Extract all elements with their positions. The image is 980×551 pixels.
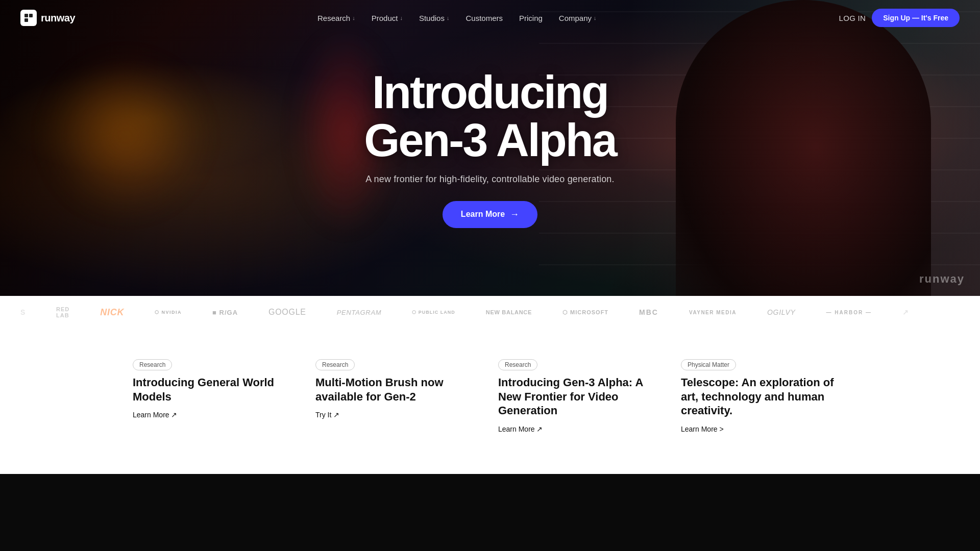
hero-title: Introducing Gen-3 Alpha [364, 68, 616, 165]
svg-rect-1 [29, 14, 33, 17]
card-1: Research Multi-Motion Brush now availabl… [315, 359, 482, 433]
card-link-3[interactable]: Learn More > [681, 425, 847, 433]
card-title-3: Telescope: An exploration of art, techno… [681, 375, 847, 418]
logo-item: S [20, 308, 26, 316]
card-3: Physical Matter Telescope: An exploratio… [681, 359, 847, 433]
chevron-down-icon: ↓ [447, 15, 450, 21]
logo-text: runway [41, 12, 75, 24]
logo-icon [20, 10, 37, 26]
hero-content: Introducing Gen-3 Alpha A new frontier f… [354, 58, 626, 238]
login-button[interactable]: LOG IN [839, 14, 866, 22]
card-tag-0: Research [133, 359, 172, 370]
nav-studios[interactable]: Studios ↓ [413, 11, 456, 26]
card-title-2: Introducing Gen-3 Alpha: A New Frontier … [498, 375, 665, 418]
card-0: Research Introducing General World Model… [133, 359, 299, 433]
hero-cta-container: Learn More → [364, 201, 616, 228]
nav-links: Research ↓ Product ↓ Studios ↓ Customers… [311, 11, 603, 26]
hero-section: Introducing Gen-3 Alpha A new frontier f… [0, 0, 980, 296]
logos-strip: S REDLAB nick ⬡ NVIDIA ■ R/GA Google Pen… [0, 296, 980, 329]
nav-pricing[interactable]: Pricing [513, 11, 549, 26]
navigation: runway Research ↓ Product ↓ Studios ↓ Cu… [0, 0, 980, 36]
logo-item: VAYNER MEDIA [689, 310, 737, 315]
card-tag-2: Research [498, 359, 537, 370]
card-2: Research Introducing Gen-3 Alpha: A New … [498, 359, 665, 433]
hero-silhouette [676, 0, 931, 296]
logo-item: nick [100, 307, 124, 318]
card-link-2[interactable]: Learn More ↗ [498, 425, 665, 433]
card-tag-3: Physical Matter [681, 359, 736, 370]
logo-item: Google [268, 308, 306, 317]
chevron-down-icon: ↓ [594, 15, 597, 21]
signup-button[interactable]: Sign Up — It's Free [872, 9, 960, 27]
card-title-0: Introducing General World Models [133, 375, 299, 404]
nav-company[interactable]: Company ↓ [553, 11, 603, 26]
logo-item: MBC [639, 308, 658, 316]
nav-research[interactable]: Research ↓ [311, 11, 361, 26]
hero-light-orange [49, 59, 202, 212]
card-title-1: Multi-Motion Brush now available for Gen… [315, 375, 482, 404]
chevron-down-icon: ↓ [352, 15, 355, 21]
card-link-0[interactable]: Learn More ↗ [133, 411, 299, 419]
brand-logo[interactable]: runway [20, 10, 75, 26]
card-link-1[interactable]: Try It ↗ [315, 411, 482, 419]
logo-item: REDLAB [56, 306, 69, 318]
svg-rect-2 [24, 18, 28, 22]
arrow-right-icon: → [510, 209, 519, 220]
logo-item: new balance [486, 309, 532, 315]
hero-learn-more-button[interactable]: Learn More → [443, 201, 537, 228]
logo-item: Pentagram [337, 309, 382, 316]
logo-item: ↗ [902, 308, 909, 316]
logo-item: — HARBOR — [826, 310, 872, 315]
logo-item: Ogilvy [767, 308, 796, 316]
cards-section: Research Introducing General World Model… [0, 329, 980, 474]
logo-item: ⬡ PUBLIC LAND [412, 310, 455, 315]
logos-inner: S REDLAB nick ⬡ NVIDIA ■ R/GA Google Pen… [0, 306, 980, 318]
nav-actions: LOG IN Sign Up — It's Free [839, 9, 960, 27]
hero-subtitle: A new frontier for high-fidelity, contro… [364, 174, 616, 185]
nav-customers[interactable]: Customers [459, 11, 509, 26]
cards-grid: Research Introducing General World Model… [133, 359, 847, 433]
logo-item: ⬡ Microsoft [562, 309, 608, 316]
chevron-down-icon: ↓ [400, 15, 403, 21]
card-tag-1: Research [315, 359, 355, 370]
hero-watermark: runway [919, 272, 965, 286]
nav-product[interactable]: Product ↓ [365, 11, 409, 26]
logo-nvidia: ⬡ NVIDIA [155, 310, 182, 315]
svg-rect-0 [24, 14, 28, 17]
logo-item: ■ R/GA [212, 309, 238, 316]
